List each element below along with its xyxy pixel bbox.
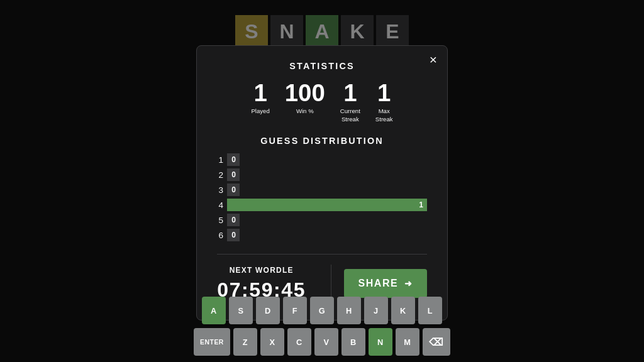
dist-row-5: 50 — [217, 214, 427, 226]
dist-bar-5: 0 — [227, 214, 240, 226]
stat-win-pct-value: 100 — [285, 81, 325, 105]
share-button[interactable]: SHARE ➜ — [344, 269, 427, 298]
dist-bar-1: 0 — [227, 153, 240, 166]
key-h[interactable]: H — [337, 297, 361, 324]
key-j[interactable]: J — [364, 297, 388, 324]
key-b[interactable]: B — [341, 328, 365, 356]
key-a[interactable]: A — [202, 297, 226, 324]
stats-row: 1 Played 100 Win % 1 CurrentStreak 1 Max… — [217, 81, 427, 123]
stat-max-streak-label: MaxStreak — [375, 107, 393, 123]
dist-title: GUESS DISTRIBUTION — [217, 136, 427, 146]
dist-row-6: 60 — [217, 229, 427, 241]
keyboard-row1: ASDFGHJKL — [202, 297, 442, 324]
stat-current-streak-value: 1 — [343, 81, 357, 105]
stat-played-value: 1 — [253, 81, 267, 105]
dist-bar-3: 0 — [227, 184, 240, 196]
key-v[interactable]: V — [314, 328, 338, 356]
key-m[interactable]: M — [396, 328, 419, 356]
key-c[interactable]: C — [287, 328, 311, 356]
bottom-section: NEXT WORDLE 07:59:45 SHARE ➜ — [217, 254, 427, 302]
stat-played-label: Played — [251, 107, 269, 115]
statistics-modal: × STATISTICS 1 Played 100 Win % 1 Curren… — [196, 45, 448, 321]
key-s[interactable]: S — [229, 297, 253, 324]
key-z[interactable]: Z — [233, 328, 257, 356]
dist-num-2: 2 — [217, 170, 223, 180]
dist-row-1: 10 — [217, 153, 427, 166]
modal-title: STATISTICS — [217, 61, 427, 71]
stat-played: 1 Played — [251, 81, 269, 123]
key-l[interactable]: L — [418, 297, 442, 324]
dist-row-3: 30 — [217, 184, 427, 196]
share-label: SHARE — [358, 278, 398, 289]
key-n[interactable]: N — [369, 328, 392, 356]
stat-current-streak: 1 CurrentStreak — [340, 81, 360, 123]
dist-bar-container-1: 0 — [227, 153, 427, 166]
dist-bar-container-5: 0 — [227, 214, 427, 226]
share-icon: ➜ — [404, 278, 413, 288]
dist-num-5: 5 — [217, 216, 223, 225]
dist-bar-container-2: 0 — [227, 168, 427, 181]
dist-bar-container-3: 0 — [227, 184, 427, 196]
dist-row-2: 20 — [217, 168, 427, 181]
key-x[interactable]: X — [260, 328, 284, 356]
dist-num-4: 4 — [217, 200, 223, 210]
key-g[interactable]: G — [310, 297, 334, 324]
dist-bar-container-6: 0 — [227, 229, 427, 241]
dist-bar-4: 1 — [227, 199, 427, 211]
stat-max-streak-value: 1 — [377, 81, 391, 105]
next-wordle-label: NEXT WORDLE — [230, 266, 294, 275]
key-enter[interactable]: ENTER — [194, 328, 230, 356]
dist-bar-container-4: 1 — [227, 199, 427, 211]
key-d[interactable]: D — [256, 297, 280, 324]
dist-row-4: 41 — [217, 199, 427, 211]
stat-max-streak: 1 MaxStreak — [375, 81, 393, 123]
dist-bar-2: 0 — [227, 168, 240, 181]
keyboard-row2: ENTERZXCVBNM⌫ — [194, 328, 450, 356]
dist-num-6: 6 — [217, 231, 223, 240]
key-f[interactable]: F — [283, 297, 307, 324]
stat-win-pct: 100 Win % — [285, 81, 325, 123]
keyboard: ASDFGHJKL ENTERZXCVBNM⌫ — [194, 297, 450, 356]
stat-win-pct-label: Win % — [296, 107, 314, 115]
dist-num-3: 3 — [217, 185, 223, 195]
dist-num-1: 1 — [217, 155, 223, 165]
stat-current-streak-label: CurrentStreak — [340, 107, 360, 123]
key-k[interactable]: K — [391, 297, 415, 324]
key-delete[interactable]: ⌫ — [423, 328, 450, 356]
dist-rows: 102030415060 — [217, 153, 427, 241]
close-button[interactable]: × — [430, 53, 437, 67]
dist-bar-6: 0 — [227, 229, 240, 241]
